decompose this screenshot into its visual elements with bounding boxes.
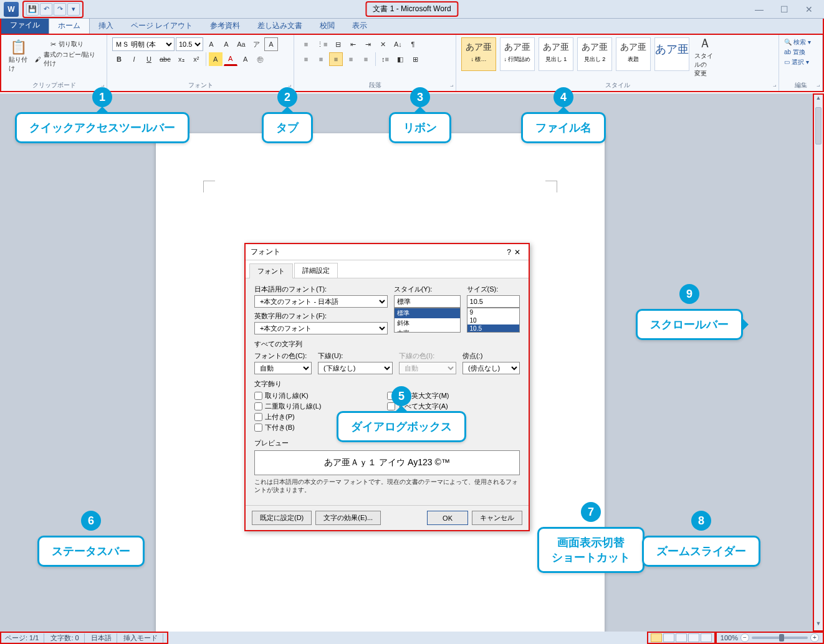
shrink-font-button[interactable]: A bbox=[219, 37, 233, 51]
set-default-button[interactable]: 既定に設定(D) bbox=[252, 511, 312, 525]
font-size-select[interactable]: 10.5 bbox=[176, 37, 203, 51]
align-center-button[interactable]: ≡ bbox=[314, 52, 328, 66]
check-dstrike[interactable]: 二重取り消し線(L) bbox=[254, 402, 387, 411]
style-normal[interactable]: あア亜↓ 標… bbox=[461, 37, 496, 71]
size-list[interactable]: 9 10 10.5 bbox=[467, 308, 520, 333]
show-marks-button[interactable]: ¶ bbox=[406, 37, 419, 51]
increase-indent-button[interactable]: ⇥ bbox=[361, 37, 375, 51]
qat-save-button[interactable]: 💾 bbox=[26, 3, 39, 16]
italic-button[interactable]: I bbox=[127, 52, 141, 66]
cut-button[interactable]: ✂切り取り bbox=[32, 37, 102, 51]
zoom-in-button[interactable]: + bbox=[810, 633, 819, 642]
status-page[interactable]: ページ: 1/1 bbox=[5, 633, 44, 643]
check-strike[interactable]: 取り消し線(K) bbox=[254, 391, 387, 400]
dialog-close-button[interactable]: ✕ bbox=[511, 248, 524, 257]
line-spacing-button[interactable]: ↕≡ bbox=[378, 52, 392, 66]
style-gallery[interactable]: あア亜↓ 標… あア亜↓ 行間詰め あア亜見出し 1 あア亜見出し 2 あア亜表… bbox=[461, 37, 689, 71]
underline-button[interactable]: U bbox=[142, 52, 156, 66]
char-shading-button[interactable]: A bbox=[239, 52, 252, 66]
paste-button[interactable]: 📋貼り付け bbox=[6, 37, 30, 75]
select-button[interactable]: ▭ 選択 ▾ bbox=[784, 57, 811, 67]
style-nospacing[interactable]: あア亜↓ 行間詰め bbox=[500, 37, 535, 71]
borders-button[interactable]: ⊞ bbox=[408, 52, 422, 66]
accent-select[interactable]: (傍点なし) bbox=[462, 362, 520, 374]
subscript-button[interactable]: x₂ bbox=[175, 52, 188, 66]
tab-file[interactable]: ファイル bbox=[1, 17, 49, 34]
cancel-button[interactable]: キャンセル bbox=[472, 511, 522, 525]
replace-button[interactable]: ab 置換 bbox=[784, 47, 811, 57]
bold-button[interactable]: B bbox=[112, 52, 126, 66]
tab-references[interactable]: 参考資料 bbox=[201, 18, 249, 34]
zoom-thumb[interactable] bbox=[779, 634, 784, 642]
bullets-button[interactable]: ≡ bbox=[299, 37, 313, 51]
close-button[interactable]: ✕ bbox=[803, 4, 815, 14]
latin-font-select[interactable]: +本文のフォント bbox=[254, 322, 388, 334]
zoom-out-button[interactable]: − bbox=[740, 633, 749, 642]
highlight-button[interactable]: A bbox=[209, 52, 223, 66]
scroll-thumb[interactable] bbox=[815, 107, 822, 144]
zoom-track[interactable] bbox=[752, 637, 808, 639]
tab-layout[interactable]: ページ レイアウト bbox=[122, 18, 201, 34]
numbering-button[interactable]: ⋮≡ bbox=[314, 37, 330, 51]
qat-redo-button[interactable]: ↷ bbox=[54, 3, 66, 16]
tab-mailings[interactable]: 差し込み文書 bbox=[249, 18, 311, 34]
status-language[interactable]: 日本語 bbox=[91, 633, 117, 643]
view-draft[interactable] bbox=[701, 633, 712, 642]
tab-home[interactable]: ホーム bbox=[49, 17, 90, 34]
distributed-button[interactable]: ≡ bbox=[359, 52, 373, 66]
strike-button[interactable]: abc bbox=[157, 52, 173, 66]
asian-layout-button[interactable]: ✕ bbox=[376, 37, 390, 51]
change-case-button[interactable]: Aa bbox=[234, 37, 248, 51]
tab-view[interactable]: 表示 bbox=[343, 18, 376, 34]
style-title[interactable]: あア亜表題 bbox=[616, 37, 651, 71]
view-web-layout[interactable] bbox=[676, 633, 687, 642]
qat-customize-button[interactable]: ▾ bbox=[67, 3, 80, 16]
zoom-percent[interactable]: 100% bbox=[721, 634, 738, 642]
char-border-button[interactable]: A bbox=[264, 37, 278, 51]
style-input[interactable] bbox=[394, 295, 461, 308]
align-right-button[interactable]: ≡ bbox=[329, 52, 343, 66]
underline-select[interactable]: (下線なし) bbox=[318, 362, 393, 374]
font-color-select[interactable]: 自動 bbox=[254, 362, 312, 374]
align-left-button[interactable]: ≡ bbox=[299, 52, 313, 66]
style-heading1[interactable]: あア亜見出し 1 bbox=[539, 37, 573, 71]
scroll-up-button[interactable]: ▲ bbox=[814, 95, 823, 105]
find-button[interactable]: 🔍 検索 ▾ bbox=[784, 37, 811, 47]
enclose-chars-button[interactable]: ㊞ bbox=[254, 52, 267, 66]
status-word-count[interactable]: 文字数: 0 bbox=[50, 633, 84, 643]
change-styles-button[interactable]: Ａスタイルの 変更 bbox=[692, 37, 718, 75]
grow-font-button[interactable]: A bbox=[204, 37, 218, 51]
style-subtitle[interactable]: あア亜 bbox=[654, 37, 689, 71]
tab-review[interactable]: 校閲 bbox=[311, 18, 343, 34]
view-outline[interactable] bbox=[688, 633, 699, 642]
scroll-down-button[interactable]: ▼ bbox=[814, 620, 823, 630]
tab-insert[interactable]: 挿入 bbox=[90, 18, 122, 34]
style-list[interactable]: 標準 斜体 太字 bbox=[394, 308, 461, 333]
dialog-help-button[interactable]: ? bbox=[507, 248, 511, 257]
vertical-scrollbar[interactable]: ▲ ▼ bbox=[813, 93, 824, 632]
dialog-tab-font[interactable]: フォント bbox=[249, 263, 293, 278]
maximize-button[interactable]: ☐ bbox=[778, 4, 790, 14]
jp-font-select[interactable]: +本文のフォント - 日本語 bbox=[254, 295, 388, 308]
font-color-button[interactable]: A bbox=[224, 52, 237, 66]
justify-button[interactable]: ≡ bbox=[344, 52, 358, 66]
minimize-button[interactable]: — bbox=[753, 4, 765, 14]
view-fullscreen-reading[interactable] bbox=[663, 633, 674, 642]
ok-button[interactable]: OK bbox=[427, 511, 468, 525]
multilevel-button[interactable]: ⊟ bbox=[331, 37, 345, 51]
phonetic-button[interactable]: ア bbox=[249, 37, 263, 51]
sort-button[interactable]: A↓ bbox=[391, 37, 405, 51]
text-effects-button[interactable]: 文字の効果(E)... bbox=[315, 511, 381, 525]
shading-button[interactable]: ◧ bbox=[393, 52, 407, 66]
style-heading2[interactable]: あア亜見出し 2 bbox=[577, 37, 612, 71]
view-print-layout[interactable] bbox=[651, 633, 662, 642]
format-painter-button[interactable]: 🖌書式のコピー/貼り付け bbox=[32, 52, 102, 66]
dialog-tab-advanced[interactable]: 詳細設定 bbox=[294, 263, 338, 278]
status-insert-mode[interactable]: 挿入モード bbox=[123, 633, 163, 643]
font-family-select[interactable]: ＭＳ 明朝 (本 bbox=[112, 37, 175, 51]
superscript-button[interactable]: x² bbox=[189, 52, 203, 66]
dialog-titlebar[interactable]: フォント ? ✕ bbox=[246, 244, 529, 260]
qat-undo-button[interactable]: ↶ bbox=[40, 3, 52, 16]
size-input[interactable] bbox=[467, 295, 520, 308]
decrease-indent-button[interactable]: ⇤ bbox=[346, 37, 360, 51]
